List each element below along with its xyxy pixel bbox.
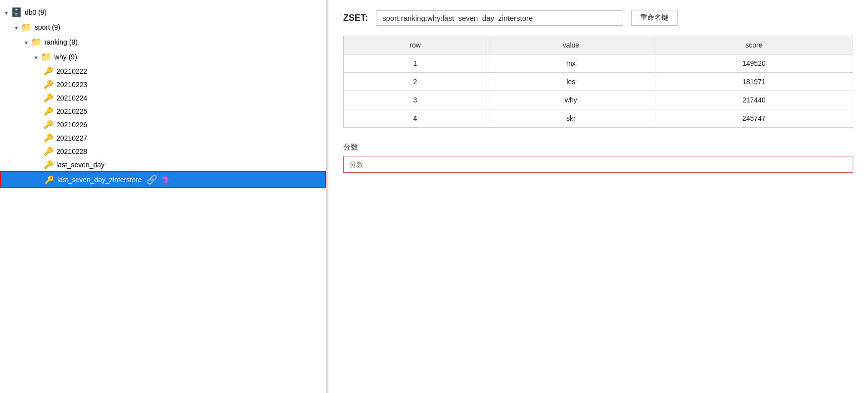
zset-key-input[interactable] — [376, 10, 623, 26]
link-action-icon[interactable]: 🔗 — [146, 174, 157, 185]
tree-item-20210226[interactable]: 🔑 20210226 — [0, 118, 326, 131]
ranking-label: ranking (9) — [45, 38, 78, 46]
cell-value-0: mx — [487, 54, 655, 73]
item-label-20210226: 20210226 — [56, 121, 87, 129]
item-label-20210224: 20210224 — [56, 94, 87, 102]
zset-label: ZSET: — [343, 13, 368, 23]
col-header-value: value — [487, 36, 655, 54]
key-icon-20210228: 🔑 — [44, 147, 53, 156]
tree-why[interactable]: 📁 why (9) — [0, 49, 326, 64]
score-section-label: 分数 — [343, 143, 853, 152]
tree-item-20210228[interactable]: 🔑 20210228 — [0, 145, 326, 158]
cell-row-1: 2 — [344, 73, 487, 91]
key-icon-20210224: 🔑 — [44, 93, 53, 102]
table-row[interactable]: 2 les 181971 — [344, 73, 853, 91]
item-label-last-seven-day: last_seven_day — [56, 161, 104, 169]
sport-folder-icon: 📁 — [21, 22, 32, 33]
tree-item-20210222[interactable]: 🔑 20210222 — [0, 64, 326, 78]
cell-row-0: 1 — [344, 54, 487, 73]
key-icon-last-seven-day-zinterstore: 🔑 — [45, 175, 54, 185]
key-icon-20210227: 🔑 — [44, 133, 53, 143]
left-panel: 🗄️ db0 (9) 📁 sport (9) 📁 ranking (9) 📁 w… — [0, 0, 326, 393]
why-label: why (9) — [54, 53, 77, 61]
cell-value-2: why — [487, 91, 655, 109]
cell-score-3: 245747 — [655, 109, 853, 128]
tree-item-last-seven-day-zinterstore[interactable]: 🔑 last_seven_day_zinterstore 🔗 🗑 — [0, 171, 326, 188]
key-icon-20210225: 🔑 — [44, 106, 53, 116]
tree-item-20210223[interactable]: 🔑 20210223 — [0, 78, 326, 91]
table-row[interactable]: 4 skr 245747 — [344, 109, 853, 128]
sport-label: sport (9) — [35, 23, 60, 31]
db-icon: 🗄️ — [11, 7, 22, 18]
item-label-last-seven-day-zinterstore: last_seven_day_zinterstore — [57, 176, 141, 184]
table-row[interactable]: 1 mx 149520 — [344, 54, 853, 73]
ranking-expand-icon — [24, 38, 31, 46]
col-header-score: score — [655, 36, 853, 54]
item-label-20210227: 20210227 — [56, 134, 87, 142]
col-header-row: row — [344, 36, 487, 54]
key-icon-20210222: 🔑 — [44, 66, 53, 76]
selected-item-actions: 🔗 🗑 — [146, 174, 170, 185]
tree-item-20210224[interactable]: 🔑 20210224 — [0, 91, 326, 104]
tree-db0[interactable]: 🗄️ db0 (9) — [0, 5, 326, 20]
db0-expand-icon — [4, 8, 11, 16]
rename-key-button[interactable]: 重命名键 — [631, 10, 678, 26]
item-label-20210222: 20210222 — [56, 67, 87, 75]
key-icon-20210226: 🔑 — [44, 120, 53, 129]
cell-row-2: 3 — [344, 91, 487, 109]
tree-sport[interactable]: 📁 sport (9) — [0, 20, 326, 35]
db0-label: db0 (9) — [25, 8, 46, 16]
trash-action-icon[interactable]: 🗑 — [161, 175, 170, 185]
zset-header: ZSET: 重命名键 — [343, 10, 853, 26]
ranking-folder-icon: 📁 — [31, 37, 42, 48]
tree-item-20210227[interactable]: 🔑 20210227 — [0, 131, 326, 145]
cell-score-0: 149520 — [655, 54, 853, 73]
right-panel: ZSET: 重命名键 row value score 1 mx 149520 2… — [328, 0, 868, 393]
tree-item-20210225[interactable]: 🔑 20210225 — [0, 104, 326, 118]
cell-row-3: 4 — [344, 109, 487, 128]
cell-value-3: skr — [487, 109, 655, 128]
sport-expand-icon — [14, 23, 21, 31]
score-input[interactable] — [343, 156, 853, 173]
why-expand-icon — [34, 53, 41, 61]
bottom-section: 分数 — [343, 143, 853, 173]
item-label-20210225: 20210225 — [56, 107, 87, 115]
table-row[interactable]: 3 why 217440 — [344, 91, 853, 109]
key-icon-20210223: 🔑 — [44, 80, 53, 89]
why-folder-icon: 📁 — [41, 51, 51, 62]
item-label-20210223: 20210223 — [56, 81, 87, 89]
cell-value-1: les — [487, 73, 655, 91]
data-table: row value score 1 mx 149520 2 les 181971… — [343, 36, 853, 128]
tree-ranking[interactable]: 📁 ranking (9) — [0, 35, 326, 49]
item-label-20210228: 20210228 — [56, 147, 87, 155]
key-icon-last-seven-day: 🔑 — [44, 160, 53, 169]
cell-score-1: 181971 — [655, 73, 853, 91]
cell-score-2: 217440 — [655, 91, 853, 109]
tree-item-last-seven-day[interactable]: 🔑 last_seven_day — [0, 158, 326, 171]
